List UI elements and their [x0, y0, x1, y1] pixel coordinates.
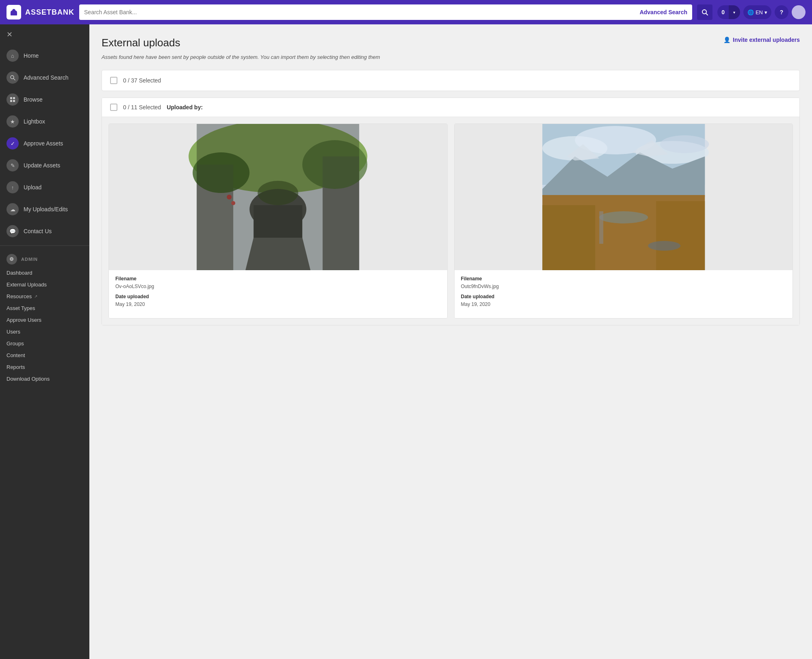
admin-link-dashboard[interactable]: Dashboard — [0, 267, 89, 279]
cloud-icon: ☁ — [6, 203, 19, 215]
cart-dropdown[interactable]: ▾ — [729, 5, 740, 19]
admin-label-asset-types: Asset Types — [6, 305, 35, 311]
date-value-2: May 19, 2020 — [461, 301, 491, 307]
search-input[interactable] — [84, 9, 640, 15]
body-layout: ✕ ⌂ Home Advanced Search Browse ★ Lightb… — [0, 24, 812, 659]
invite-external-uploaders-link[interactable]: 👤 Invite external uploaders — [723, 37, 800, 43]
admin-label-content: Content — [6, 352, 25, 358]
group-selection-count: 0 / 11 Selected — [123, 104, 161, 111]
svg-line-2 — [706, 13, 708, 15]
page-description: Assets found here have been sent by peop… — [102, 54, 800, 60]
sidebar-label-contact-us: Contact Us — [24, 228, 52, 234]
logo-icon — [6, 5, 21, 20]
sidebar-item-lightbox[interactable]: ★ Lightbox — [0, 111, 89, 132]
svg-rect-5 — [10, 97, 12, 99]
help-button[interactable]: ? — [775, 5, 788, 19]
sidebar-label-browse: Browse — [24, 96, 43, 103]
sidebar-item-my-uploads[interactable]: ☁ My Uploads/Edits — [0, 198, 89, 220]
sidebar-label-lightbox: Lightbox — [24, 118, 45, 125]
admin-label: ADMIN — [21, 257, 38, 262]
admin-link-reports[interactable]: Reports — [0, 361, 89, 373]
cart-count: 0 — [717, 9, 729, 15]
admin-link-external-uploads[interactable]: External Uploads — [0, 279, 89, 290]
filename-value-2: Outc9fnDvWs.jpg — [461, 284, 499, 289]
date-row-2: Date uploaded May 19, 2020 — [461, 294, 786, 308]
sidebar-divider — [0, 245, 89, 246]
admin-label-users: Users — [6, 329, 20, 335]
asset-info: Filename Ov-oAoLSVco.jpg Date uploaded M… — [109, 270, 447, 318]
cart-badge[interactable]: 0 ▾ — [717, 5, 740, 19]
sidebar-item-home[interactable]: ⌂ Home — [0, 45, 89, 67]
admin-label-dashboard: Dashboard — [6, 270, 32, 276]
sidebar-item-browse[interactable]: Browse — [0, 89, 89, 111]
uploaded-by-label: Uploaded by: — [167, 104, 203, 111]
close-sidebar-button[interactable]: ✕ — [0, 24, 89, 45]
svg-rect-7 — [10, 100, 12, 102]
language-selector[interactable]: 🌐 EN ▾ — [743, 5, 771, 19]
sidebar-item-approve-assets[interactable]: ✓ Approve Assets — [0, 132, 89, 154]
page-title: External uploads — [102, 37, 180, 49]
asset-card: Filename Ov-oAoLSVco.jpg Date uploaded M… — [108, 124, 448, 319]
assets-grid: Filename Ov-oAoLSVco.jpg Date uploaded M… — [102, 117, 799, 325]
asset-image-1 — [109, 124, 447, 270]
svg-rect-8 — [13, 100, 15, 102]
sidebar-label-home: Home — [24, 52, 39, 59]
admin-link-users[interactable]: Users — [0, 326, 89, 338]
page-title-wrap: External uploads — [102, 37, 180, 49]
app-name: ASSETBANK — [25, 8, 74, 17]
admin-link-resources[interactable]: Resources ↗ — [0, 290, 89, 302]
admin-label-approve-users: Approve Users — [6, 317, 41, 323]
sidebar-item-upload[interactable]: ↑ Upload — [0, 176, 89, 198]
svg-point-28 — [660, 135, 709, 153]
sidebar-label-update-assets: Update Assets — [24, 162, 60, 169]
gear-icon: ⚙ — [6, 254, 17, 264]
admin-label-reports: Reports — [6, 364, 25, 370]
home-icon: ⌂ — [6, 50, 19, 62]
asset-card: Filename Outc9fnDvWs.jpg Date uploaded M… — [454, 124, 793, 319]
admin-label-download-options: Download Options — [6, 376, 50, 382]
advanced-search-link[interactable]: Advanced Search — [640, 9, 688, 15]
admin-link-download-options[interactable]: Download Options — [0, 373, 89, 385]
search-button[interactable] — [697, 4, 712, 20]
sidebar-label-upload: Upload — [24, 184, 41, 191]
filename-label-2: Filename — [461, 276, 786, 282]
filename-row: Filename Ov-oAoLSVco.jpg — [115, 276, 441, 290]
search-icon — [702, 9, 708, 15]
admin-link-groups[interactable]: Groups — [0, 338, 89, 349]
globe-icon: 🌐 — [747, 9, 754, 15]
asset-info-2: Filename Outc9fnDvWs.jpg Date uploaded M… — [455, 270, 793, 318]
search-bar: Advanced Search — [79, 4, 692, 20]
date-row: Date uploaded May 19, 2020 — [115, 294, 441, 308]
filename-label: Filename — [115, 276, 441, 282]
admin-label-resources: Resources — [6, 293, 32, 299]
date-value: May 19, 2020 — [115, 301, 145, 307]
logo-area[interactable]: ASSETBANK — [6, 5, 74, 20]
asset-image-wrap[interactable] — [109, 124, 447, 270]
group-select-checkbox[interactable] — [110, 104, 117, 111]
sidebar-label-my-uploads: My Uploads/Edits — [24, 206, 68, 212]
asset-image-2 — [455, 124, 793, 270]
admin-link-content[interactable]: Content — [0, 349, 89, 361]
search-nav-icon — [6, 72, 19, 84]
admin-link-asset-types[interactable]: Asset Types — [0, 302, 89, 314]
invite-label: Invite external uploaders — [733, 37, 800, 43]
browse-icon — [6, 93, 19, 106]
total-select-checkbox[interactable] — [110, 77, 117, 84]
sidebar-item-update-assets[interactable]: ✎ Update Assets — [0, 154, 89, 176]
sidebar-item-contact-us[interactable]: 💬 Contact Us — [0, 220, 89, 242]
star-icon: ★ — [6, 115, 19, 128]
svg-line-4 — [13, 78, 15, 80]
admin-link-approve-users[interactable]: Approve Users — [0, 314, 89, 326]
asset-image-wrap-2[interactable] — [455, 124, 793, 270]
svg-rect-35 — [542, 205, 595, 270]
sidebar-item-advanced-search[interactable]: Advanced Search — [0, 67, 89, 89]
top-navigation: ASSETBANK Advanced Search 0 ▾ 🌐 EN ▾ ? — [0, 0, 812, 24]
external-link-icon: ↗ — [34, 294, 37, 299]
user-avatar[interactable] — [792, 5, 806, 19]
upload-group-header: 0 / 11 Selected Uploaded by: — [102, 98, 799, 117]
sidebar-label-advanced-search: Advanced Search — [24, 74, 69, 81]
admin-section-header: ⚙ ADMIN — [0, 249, 89, 267]
chat-icon: 💬 — [6, 225, 19, 237]
filename-value: Ov-oAoLSVco.jpg — [115, 284, 154, 289]
lang-chevron-icon: ▾ — [764, 9, 767, 15]
